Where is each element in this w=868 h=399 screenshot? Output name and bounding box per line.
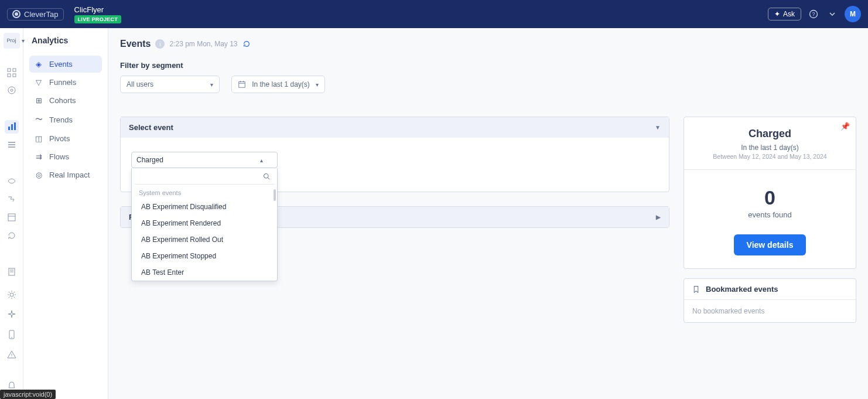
refresh-icon[interactable] xyxy=(242,40,251,48)
sparkle-icon: ✦ xyxy=(774,10,780,18)
event-combobox: Charged ▴ xyxy=(131,152,278,168)
event-search-row xyxy=(134,168,275,185)
brand-logo[interactable]: CleverTap xyxy=(7,8,64,21)
target-icon[interactable] xyxy=(5,84,19,97)
subnav-item-events[interactable]: ◈Events xyxy=(29,56,102,73)
subnav-item-pivots[interactable]: ◫Pivots xyxy=(29,130,102,147)
bookmark-icon xyxy=(692,285,700,293)
svg-point-7 xyxy=(11,89,13,91)
svg-rect-3 xyxy=(13,69,16,71)
subnav-item-label: Real Impact xyxy=(49,170,90,179)
project-thumb[interactable]: Proj ▾ xyxy=(4,33,20,49)
segments-icon[interactable] xyxy=(5,138,19,152)
svg-point-18 xyxy=(264,173,269,178)
event-combobox-input[interactable]: Charged ▴ xyxy=(131,152,278,168)
event-option[interactable]: AB Experiment Disqualified xyxy=(132,199,277,215)
funnel-icon: ▽ xyxy=(34,78,43,87)
cohorts-icon: ⊞ xyxy=(34,96,43,105)
journeys-icon[interactable] xyxy=(5,192,19,206)
date-range-select[interactable]: In the last 1 day(s) ▾ xyxy=(231,76,325,93)
event-option[interactable]: AB Experiment Stopped xyxy=(132,248,277,264)
avatar[interactable]: M xyxy=(845,6,861,22)
pin-icon[interactable]: 📌 xyxy=(840,122,850,131)
segment-select-value: All users xyxy=(127,80,153,88)
statusbar-link-preview: javascript:void(0) xyxy=(0,390,56,399)
event-option[interactable]: AB Experiment Rendered xyxy=(132,215,277,231)
subnav-item-label: Cohorts xyxy=(49,96,76,105)
project-thumb-label: Proj xyxy=(6,37,16,43)
subnav-item-label: Flows xyxy=(49,152,69,161)
catalog-icon[interactable] xyxy=(5,210,19,224)
boards-icon[interactable] xyxy=(5,66,19,79)
svg-rect-10 xyxy=(14,122,16,130)
svg-rect-5 xyxy=(13,74,16,77)
analytics-icon[interactable] xyxy=(5,120,19,134)
project-name: ClicFlyer xyxy=(74,5,122,14)
main-content: Events i 2:23 pm Mon, May 13 Filter by s… xyxy=(108,28,868,399)
flows-icon: ⇉ xyxy=(34,152,43,161)
page-timestamp: 2:23 pm Mon, May 13 xyxy=(169,40,237,48)
event-option[interactable]: AB Experiment Rolled Out xyxy=(132,231,277,248)
scrollbar-thumb[interactable] xyxy=(274,189,276,201)
svg-rect-11 xyxy=(8,214,15,221)
event-count: 0 xyxy=(695,186,845,209)
mobile-icon[interactable] xyxy=(5,328,19,342)
summary-date-range: Between May 12, 2024 and May 13, 2024 xyxy=(695,153,845,160)
segment-select[interactable]: All users ▾ xyxy=(120,76,220,93)
event-combobox-value: Charged xyxy=(136,156,163,164)
subnav-item-real-impact[interactable]: ◎Real Impact xyxy=(29,166,102,183)
divider xyxy=(684,169,856,170)
subnav-title: Analytics xyxy=(32,36,102,45)
project-switcher[interactable]: ClicFlyer LIVE PROJECT xyxy=(74,5,122,23)
subnav-item-cohorts[interactable]: ⊞Cohorts xyxy=(29,92,102,109)
gear-icon[interactable] xyxy=(5,288,19,302)
svg-rect-2 xyxy=(8,69,11,71)
svg-text:?: ? xyxy=(812,11,815,17)
chevron-down-icon: ▾ xyxy=(210,81,213,88)
select-event-header[interactable]: Select event ▼ xyxy=(121,117,669,138)
content-icon[interactable] xyxy=(5,265,19,278)
filter-segment-label: Filter by segment xyxy=(120,61,856,70)
event-search-input[interactable] xyxy=(139,172,259,180)
chevron-down-icon[interactable] xyxy=(826,8,839,21)
event-combobox-dropdown: System events AB Experiment Disqualified… xyxy=(131,168,278,281)
select-event-card: Select event ▼ Charged ▴ xyxy=(120,117,669,192)
topbar: CleverTap ClicFlyer LIVE PROJECT ✦ Ask ?… xyxy=(0,0,868,28)
chevron-down-icon: ▾ xyxy=(316,81,319,88)
bookmarks-empty-text: No bookmarked events xyxy=(684,300,856,322)
chevron-up-icon: ▴ xyxy=(260,157,263,163)
date-range-value: In the last 1 day(s) xyxy=(252,80,310,88)
events-icon: ◈ xyxy=(34,60,43,69)
avatar-initial: M xyxy=(850,10,856,18)
info-icon[interactable]: i xyxy=(155,39,165,49)
campaigns-icon[interactable] xyxy=(5,175,19,188)
select-event-label: Select event xyxy=(129,123,173,132)
bookmarks-title: Bookmarked events xyxy=(706,285,778,294)
help-icon[interactable]: ? xyxy=(807,8,820,21)
svg-point-13 xyxy=(10,293,13,296)
svg-point-15 xyxy=(11,337,12,338)
calendar-icon xyxy=(238,80,246,88)
bookmarks-header[interactable]: Bookmarked events xyxy=(684,279,856,300)
subnav-item-label: Pivots xyxy=(49,134,70,143)
subnav-item-funnels[interactable]: ▽Funnels xyxy=(29,74,102,91)
svg-rect-8 xyxy=(8,127,10,130)
subnav-item-flows[interactable]: ⇉Flows xyxy=(29,148,102,165)
icon-rail: Proj ▾ xyxy=(0,28,23,399)
chevron-down-icon: ▼ xyxy=(655,124,661,131)
pivots-icon: ◫ xyxy=(34,134,43,143)
brand-mark-icon xyxy=(12,10,20,18)
view-details-button[interactable]: View details xyxy=(734,234,807,255)
warning-icon[interactable] xyxy=(5,347,19,362)
spark-icon[interactable] xyxy=(5,308,19,322)
subnav-item-label: Funnels xyxy=(49,78,76,87)
ask-button[interactable]: ✦ Ask xyxy=(768,8,801,21)
trends-icon: 〜 xyxy=(34,114,43,125)
chevron-down-icon: ▾ xyxy=(22,37,25,44)
subnav-item-label: Trends xyxy=(49,115,73,124)
event-option[interactable]: AB Test Enter xyxy=(132,264,277,281)
refresh-icon[interactable] xyxy=(5,229,19,242)
summary-subtitle: In the last 1 day(s) xyxy=(695,144,845,152)
chevron-right-icon: ▶ xyxy=(656,214,661,220)
subnav-item-trends[interactable]: 〜Trends xyxy=(29,110,102,129)
